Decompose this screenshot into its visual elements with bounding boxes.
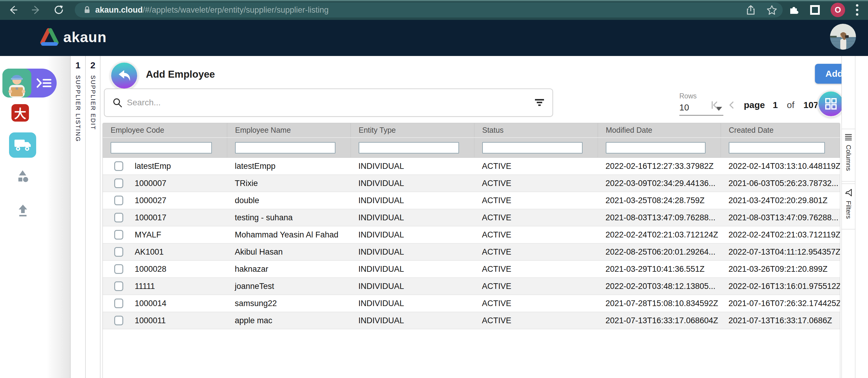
url-host: akaun.cloud — [95, 5, 143, 14]
first-page-icon[interactable] — [710, 101, 719, 109]
browser-back-icon[interactable] — [5, 2, 21, 18]
table-empty-area — [103, 329, 840, 378]
cell-entity-type: INDIVIDUAL — [350, 213, 474, 222]
extensions-puzzle-icon[interactable] — [788, 4, 799, 15]
browser-forward-icon[interactable] — [29, 2, 44, 18]
cell-status: ACTIVE — [474, 299, 598, 308]
bigledger-red-applet-icon: 大 — [14, 104, 26, 122]
filters-panel-tab[interactable]: Filters — [841, 183, 855, 229]
column-header-created-date[interactable]: Created Date — [721, 123, 840, 137]
user-avatar[interactable] — [830, 24, 856, 50]
row-checkbox-cell — [103, 316, 127, 325]
table-row[interactable]: 1000007 TRixie INDIVIDUAL ACTIVE 2022-03… — [103, 175, 840, 192]
filter-input-employee-code[interactable] — [111, 142, 212, 153]
bookmark-star-icon[interactable] — [767, 5, 777, 15]
row-checkbox[interactable] — [114, 213, 123, 222]
row-checkbox[interactable] — [114, 299, 123, 308]
cell-created-date: 2022-02-14T03:13:10.448119Z — [721, 162, 840, 171]
main-content: Add Employee Add Rows 10 page — [101, 56, 841, 378]
row-checkbox[interactable] — [114, 196, 123, 205]
cell-modified-date: 2021-03-25T08:24:28.759Z — [598, 196, 721, 205]
sidebar-item-bigledger-applet[interactable]: 大 — [11, 104, 29, 122]
sidebar-item-logistics-applet[interactable] — [9, 132, 36, 158]
cell-created-date: 2022-07-13T04:11:12.954357Z — [721, 247, 840, 257]
filter-input-status[interactable] — [482, 142, 583, 153]
table-row[interactable]: 1000028 haknazar INDIVIDUAL ACTIVE 2021-… — [103, 260, 840, 277]
cell-modified-date: 2021-08-03T13:47:09.76288... — [598, 213, 721, 222]
url-text: akaun.cloud/#/applets/wavelet/erp/entity… — [95, 5, 329, 15]
browser-refresh-icon[interactable] — [51, 2, 66, 18]
side-panel-icon[interactable] — [809, 4, 820, 15]
cell-employee-name: TRixie — [227, 179, 350, 188]
column-header-modified-date[interactable]: Modified Date — [598, 123, 721, 137]
right-rail: Columns Filters — [841, 56, 855, 378]
column-header-entity-type[interactable]: Entity Type — [350, 123, 474, 137]
tab-number: 2 — [90, 60, 96, 70]
filter-input-modified-date[interactable] — [606, 142, 706, 153]
filter-list-icon[interactable] — [534, 98, 545, 107]
columns-panel-tab[interactable]: Columns — [841, 129, 855, 181]
cell-status: ACTIVE — [474, 230, 598, 240]
table-row[interactable]: latestEmp latestEmpp INDIVIDUAL ACTIVE 2… — [103, 158, 840, 175]
row-checkbox[interactable] — [114, 281, 123, 291]
cell-status: ACTIVE — [474, 162, 598, 171]
row-checkbox[interactable] — [114, 230, 123, 240]
row-checkbox[interactable] — [114, 161, 123, 171]
cell-employee-code: 1000017 — [127, 213, 227, 222]
akaun-logo[interactable]: akaun — [39, 28, 107, 46]
address-bar[interactable]: akaun.cloud/#/applets/wavelet/erp/entity… — [75, 2, 783, 18]
table-header-row: Employee Code Employee Name Entity Type … — [103, 123, 840, 137]
table-body: latestEmp latestEmpp INDIVIDUAL ACTIVE 2… — [103, 158, 840, 329]
row-checkbox[interactable] — [114, 247, 123, 257]
table-row[interactable]: MYALF Mohammad Yeasin Al Fahad INDIVIDUA… — [103, 226, 840, 243]
share-icon[interactable] — [746, 5, 755, 15]
grid-view-button[interactable] — [817, 90, 844, 117]
row-checkbox-cell — [103, 161, 127, 171]
table-row[interactable]: 1000027 double INDIVIDUAL ACTIVE 2021-03… — [103, 192, 840, 209]
cell-employee-name: double — [227, 196, 350, 205]
cell-employee-name: Akibul Hasan — [227, 247, 350, 257]
previous-page-icon[interactable] — [727, 101, 736, 109]
cell-entity-type: INDIVIDUAL — [350, 282, 474, 291]
cell-status: ACTIVE — [474, 316, 598, 325]
tab-supplier-edit[interactable]: 2 SUPPLIER EDIT — [85, 56, 100, 378]
table-row[interactable]: AK1001 Akibul Hasan INDIVIDUAL ACTIVE 20… — [103, 243, 840, 260]
cell-modified-date: 2022-08-25T06:20:01.29264... — [598, 247, 721, 257]
cell-employee-code: 11111 — [127, 282, 227, 291]
table-row[interactable]: 1000011 apple mac INDIVIDUAL ACTIVE 2021… — [103, 312, 840, 329]
filter-input-employee-name[interactable] — [235, 142, 336, 153]
table-row[interactable]: 1000017 testing - suhana INDIVIDUAL ACTI… — [103, 209, 840, 226]
search-input[interactable] — [127, 98, 534, 107]
cell-entity-type: INDIVIDUAL — [350, 247, 474, 257]
tab-supplier-listing[interactable]: 1 SUPPLIER LISTING — [70, 56, 85, 378]
cell-employee-name: samsung22 — [227, 299, 350, 308]
lock-icon — [83, 5, 92, 14]
row-checkbox-cell — [103, 281, 127, 291]
row-checkbox[interactable] — [114, 316, 123, 325]
sidebar-item-shapes-applet[interactable] — [16, 170, 30, 183]
cell-employee-code: 1000011 — [127, 316, 227, 325]
row-checkbox-cell — [103, 230, 127, 240]
supplier-applet-icon — [2, 69, 31, 98]
logistics-truck-applet-icon — [14, 138, 31, 152]
tab-label: SUPPLIER EDIT — [90, 75, 96, 130]
filter-input-entity-type[interactable] — [359, 142, 459, 153]
browser-toolbar: akaun.cloud/#/applets/wavelet/erp/entity… — [0, 0, 868, 20]
column-header-employee-code[interactable]: Employee Code — [103, 123, 227, 137]
column-header-status[interactable]: Status — [474, 123, 598, 137]
row-checkbox[interactable] — [114, 178, 123, 188]
table-row[interactable]: 1000014 samsung22 INDIVIDUAL ACTIVE 2021… — [103, 295, 840, 312]
back-button[interactable] — [110, 61, 138, 90]
filter-input-created-date[interactable] — [729, 142, 825, 153]
cell-status: ACTIVE — [474, 282, 598, 291]
sidebar-item-supplier-applet[interactable] — [2, 69, 31, 98]
table-row[interactable]: 11111 joanneTest INDIVIDUAL ACTIVE 2022-… — [103, 277, 840, 295]
row-checkbox[interactable] — [114, 264, 123, 274]
sidebar-item-upload-applet[interactable] — [17, 204, 29, 217]
browser-menu-kebab-icon[interactable] — [855, 3, 859, 16]
cell-modified-date: 2022-02-24T02:21:03.712124Z — [598, 230, 721, 240]
row-checkbox-cell — [103, 213, 127, 222]
cell-employee-name: Mohammad Yeasin Al Fahad — [227, 230, 350, 240]
browser-profile-badge[interactable]: O — [831, 3, 845, 17]
column-header-employee-name[interactable]: Employee Name — [227, 123, 350, 137]
